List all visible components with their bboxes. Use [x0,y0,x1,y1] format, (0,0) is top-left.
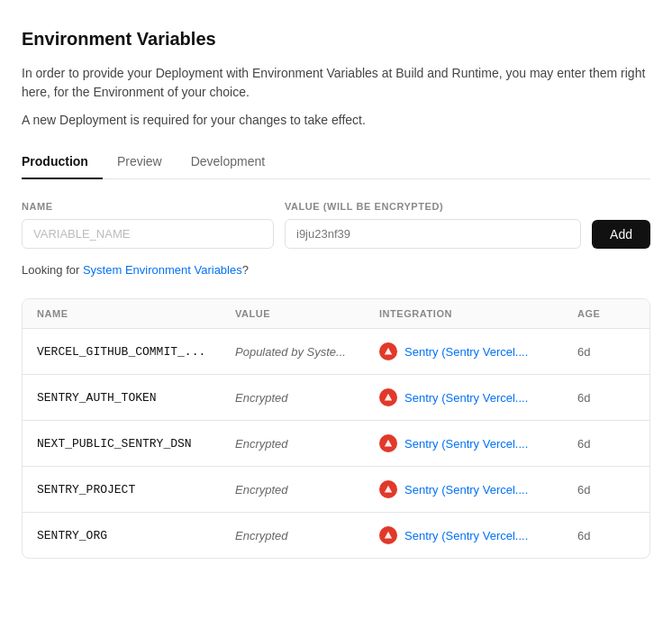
var-age: 6d [577,483,649,497]
var-value: Encrypted [235,483,379,497]
table-header: NAME VALUE INTEGRATION AGE [23,299,649,329]
integration-name[interactable]: Sentry (Sentry Vercel.... [404,345,528,359]
row-menu-button[interactable]: ⋮ [649,387,650,407]
var-value: Encrypted [235,529,379,542]
sentry-icon [379,388,397,406]
var-integration: Sentry (Sentry Vercel.... [379,434,577,452]
table-row: NEXT_PUBLIC_SENTRY_DSN Encrypted Sentry … [23,421,649,467]
name-label: NAME [22,201,274,212]
row-menu-button[interactable]: ⋮ [649,525,650,545]
table-row: VERCEL_GITHUB_COMMIT_... Populated by Sy… [23,329,649,375]
row-menu-button[interactable]: ⋮ [649,342,650,361]
var-name: VERCEL_GITHUB_COMMIT_... [37,345,235,359]
row-menu-button[interactable]: ⋮ [649,433,650,453]
sentry-icon [379,480,397,498]
var-integration: Sentry (Sentry Vercel.... [379,342,577,360]
variables-table: NAME VALUE INTEGRATION AGE VERCEL_GITHUB… [22,298,650,559]
integration-name[interactable]: Sentry (Sentry Vercel.... [404,483,528,497]
var-integration: Sentry (Sentry Vercel.... [379,388,577,406]
row-menu-button[interactable]: ⋮ [649,479,650,499]
sentry-icon [379,342,397,360]
header-integration: INTEGRATION [379,308,577,319]
add-button[interactable]: Add [592,220,650,249]
page-title: Environment Variables [22,29,650,50]
var-age: 6d [577,529,649,542]
variable-value-input[interactable] [285,219,581,249]
page-notice: A new Deployment is required for your ch… [22,113,650,127]
var-value: Populated by Syste... [235,345,379,359]
value-label: VALUE (WILL BE ENCRYPTED) [285,201,650,212]
tab-development[interactable]: Development [177,145,280,179]
variable-name-input[interactable] [22,219,274,249]
var-age: 6d [577,345,649,359]
tab-preview[interactable]: Preview [103,145,177,179]
page-description: In order to provide your Deployment with… [22,64,650,102]
env-tabs: Production Preview Development [22,145,650,179]
var-name: SENTRY_PROJECT [37,483,235,497]
add-variable-form: NAME VALUE (WILL BE ENCRYPTED) Add [22,201,650,249]
header-value: VALUE [235,308,379,319]
header-actions [649,308,650,319]
table-row: SENTRY_ORG Encrypted Sentry (Sentry Verc… [23,513,649,558]
var-value: Encrypted [235,391,379,405]
header-age: AGE [577,308,649,319]
header-name: NAME [37,308,235,319]
var-name: SENTRY_AUTH_TOKEN [37,391,235,405]
var-integration: Sentry (Sentry Vercel.... [379,480,577,498]
integration-name[interactable]: Sentry (Sentry Vercel.... [404,529,528,542]
sentry-icon [379,526,397,544]
table-row: SENTRY_AUTH_TOKEN Encrypted Sentry (Sent… [23,375,649,421]
system-vars-section: Looking for System Environment Variables… [22,263,650,277]
var-name: SENTRY_ORG [37,529,235,542]
var-age: 6d [577,437,649,451]
system-vars-suffix: ? [242,263,249,277]
var-name: NEXT_PUBLIC_SENTRY_DSN [37,437,235,451]
integration-name[interactable]: Sentry (Sentry Vercel.... [404,391,528,405]
var-value: Encrypted [235,437,379,451]
table-row: SENTRY_PROJECT Encrypted Sentry (Sentry … [23,467,649,513]
var-integration: Sentry (Sentry Vercel.... [379,526,577,544]
var-age: 6d [577,391,649,405]
system-vars-prefix: Looking for [22,263,83,277]
system-vars-link[interactable]: System Environment Variables [83,263,242,277]
integration-name[interactable]: Sentry (Sentry Vercel.... [404,437,528,451]
sentry-icon [379,434,397,452]
tab-production[interactable]: Production [22,145,103,179]
